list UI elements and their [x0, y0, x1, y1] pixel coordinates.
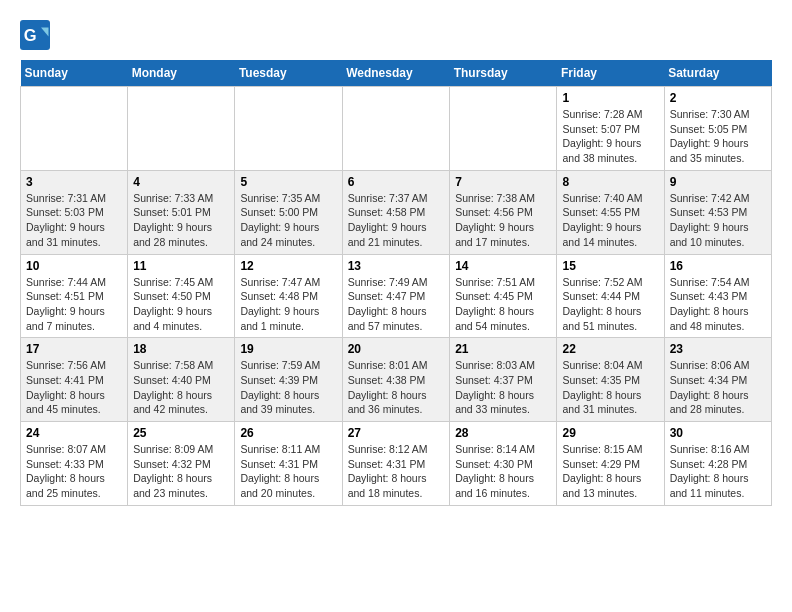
day-number: 1 [562, 91, 658, 105]
day-info: Sunrise: 7:35 AM Sunset: 5:00 PM Dayligh… [240, 191, 336, 250]
day-number: 18 [133, 342, 229, 356]
day-number: 20 [348, 342, 445, 356]
day-cell: 17Sunrise: 7:56 AM Sunset: 4:41 PM Dayli… [21, 338, 128, 422]
day-cell: 11Sunrise: 7:45 AM Sunset: 4:50 PM Dayli… [128, 254, 235, 338]
day-info: Sunrise: 8:09 AM Sunset: 4:32 PM Dayligh… [133, 442, 229, 501]
day-number: 17 [26, 342, 122, 356]
day-cell [342, 87, 450, 171]
weekday-thursday: Thursday [450, 60, 557, 87]
calendar-table: SundayMondayTuesdayWednesdayThursdayFrid… [20, 60, 772, 506]
day-number: 10 [26, 259, 122, 273]
day-cell: 18Sunrise: 7:58 AM Sunset: 4:40 PM Dayli… [128, 338, 235, 422]
weekday-sunday: Sunday [21, 60, 128, 87]
day-number: 14 [455, 259, 551, 273]
day-number: 4 [133, 175, 229, 189]
day-cell: 5Sunrise: 7:35 AM Sunset: 5:00 PM Daylig… [235, 170, 342, 254]
day-cell: 24Sunrise: 8:07 AM Sunset: 4:33 PM Dayli… [21, 422, 128, 506]
day-cell: 14Sunrise: 7:51 AM Sunset: 4:45 PM Dayli… [450, 254, 557, 338]
day-info: Sunrise: 7:52 AM Sunset: 4:44 PM Dayligh… [562, 275, 658, 334]
day-number: 16 [670, 259, 766, 273]
day-cell: 10Sunrise: 7:44 AM Sunset: 4:51 PM Dayli… [21, 254, 128, 338]
day-number: 21 [455, 342, 551, 356]
day-info: Sunrise: 7:58 AM Sunset: 4:40 PM Dayligh… [133, 358, 229, 417]
day-info: Sunrise: 7:42 AM Sunset: 4:53 PM Dayligh… [670, 191, 766, 250]
day-number: 28 [455, 426, 551, 440]
day-cell: 3Sunrise: 7:31 AM Sunset: 5:03 PM Daylig… [21, 170, 128, 254]
day-info: Sunrise: 7:54 AM Sunset: 4:43 PM Dayligh… [670, 275, 766, 334]
day-number: 13 [348, 259, 445, 273]
day-number: 30 [670, 426, 766, 440]
day-number: 29 [562, 426, 658, 440]
day-info: Sunrise: 8:06 AM Sunset: 4:34 PM Dayligh… [670, 358, 766, 417]
week-row-3: 10Sunrise: 7:44 AM Sunset: 4:51 PM Dayli… [21, 254, 772, 338]
weekday-header-row: SundayMondayTuesdayWednesdayThursdayFrid… [21, 60, 772, 87]
day-cell: 22Sunrise: 8:04 AM Sunset: 4:35 PM Dayli… [557, 338, 664, 422]
day-cell: 6Sunrise: 7:37 AM Sunset: 4:58 PM Daylig… [342, 170, 450, 254]
day-cell: 13Sunrise: 7:49 AM Sunset: 4:47 PM Dayli… [342, 254, 450, 338]
day-cell [21, 87, 128, 171]
day-info: Sunrise: 7:30 AM Sunset: 5:05 PM Dayligh… [670, 107, 766, 166]
day-cell: 20Sunrise: 8:01 AM Sunset: 4:38 PM Dayli… [342, 338, 450, 422]
day-number: 6 [348, 175, 445, 189]
day-info: Sunrise: 8:07 AM Sunset: 4:33 PM Dayligh… [26, 442, 122, 501]
day-cell [235, 87, 342, 171]
weekday-wednesday: Wednesday [342, 60, 450, 87]
day-number: 7 [455, 175, 551, 189]
day-cell: 4Sunrise: 7:33 AM Sunset: 5:01 PM Daylig… [128, 170, 235, 254]
day-cell: 7Sunrise: 7:38 AM Sunset: 4:56 PM Daylig… [450, 170, 557, 254]
day-info: Sunrise: 8:14 AM Sunset: 4:30 PM Dayligh… [455, 442, 551, 501]
day-info: Sunrise: 8:12 AM Sunset: 4:31 PM Dayligh… [348, 442, 445, 501]
day-info: Sunrise: 7:31 AM Sunset: 5:03 PM Dayligh… [26, 191, 122, 250]
weekday-friday: Friday [557, 60, 664, 87]
day-cell: 25Sunrise: 8:09 AM Sunset: 4:32 PM Dayli… [128, 422, 235, 506]
day-cell: 26Sunrise: 8:11 AM Sunset: 4:31 PM Dayli… [235, 422, 342, 506]
day-number: 26 [240, 426, 336, 440]
weekday-saturday: Saturday [664, 60, 771, 87]
day-cell: 27Sunrise: 8:12 AM Sunset: 4:31 PM Dayli… [342, 422, 450, 506]
svg-text:G: G [24, 26, 37, 44]
day-info: Sunrise: 7:40 AM Sunset: 4:55 PM Dayligh… [562, 191, 658, 250]
day-cell: 9Sunrise: 7:42 AM Sunset: 4:53 PM Daylig… [664, 170, 771, 254]
day-cell: 2Sunrise: 7:30 AM Sunset: 5:05 PM Daylig… [664, 87, 771, 171]
day-info: Sunrise: 7:44 AM Sunset: 4:51 PM Dayligh… [26, 275, 122, 334]
page-header: G [20, 20, 772, 50]
day-number: 11 [133, 259, 229, 273]
day-info: Sunrise: 7:37 AM Sunset: 4:58 PM Dayligh… [348, 191, 445, 250]
day-cell: 29Sunrise: 8:15 AM Sunset: 4:29 PM Dayli… [557, 422, 664, 506]
day-info: Sunrise: 7:38 AM Sunset: 4:56 PM Dayligh… [455, 191, 551, 250]
day-number: 24 [26, 426, 122, 440]
day-cell: 12Sunrise: 7:47 AM Sunset: 4:48 PM Dayli… [235, 254, 342, 338]
day-info: Sunrise: 7:45 AM Sunset: 4:50 PM Dayligh… [133, 275, 229, 334]
week-row-1: 1Sunrise: 7:28 AM Sunset: 5:07 PM Daylig… [21, 87, 772, 171]
day-cell [128, 87, 235, 171]
day-cell: 15Sunrise: 7:52 AM Sunset: 4:44 PM Dayli… [557, 254, 664, 338]
day-number: 12 [240, 259, 336, 273]
day-info: Sunrise: 8:04 AM Sunset: 4:35 PM Dayligh… [562, 358, 658, 417]
day-info: Sunrise: 7:28 AM Sunset: 5:07 PM Dayligh… [562, 107, 658, 166]
day-info: Sunrise: 7:47 AM Sunset: 4:48 PM Dayligh… [240, 275, 336, 334]
day-number: 23 [670, 342, 766, 356]
day-info: Sunrise: 8:11 AM Sunset: 4:31 PM Dayligh… [240, 442, 336, 501]
day-number: 5 [240, 175, 336, 189]
logo-icon: G [20, 20, 50, 50]
day-cell: 1Sunrise: 7:28 AM Sunset: 5:07 PM Daylig… [557, 87, 664, 171]
day-cell: 16Sunrise: 7:54 AM Sunset: 4:43 PM Dayli… [664, 254, 771, 338]
day-info: Sunrise: 7:49 AM Sunset: 4:47 PM Dayligh… [348, 275, 445, 334]
week-row-4: 17Sunrise: 7:56 AM Sunset: 4:41 PM Dayli… [21, 338, 772, 422]
day-number: 25 [133, 426, 229, 440]
day-number: 8 [562, 175, 658, 189]
day-cell: 23Sunrise: 8:06 AM Sunset: 4:34 PM Dayli… [664, 338, 771, 422]
day-cell: 21Sunrise: 8:03 AM Sunset: 4:37 PM Dayli… [450, 338, 557, 422]
day-info: Sunrise: 7:59 AM Sunset: 4:39 PM Dayligh… [240, 358, 336, 417]
day-cell [450, 87, 557, 171]
logo: G [20, 20, 54, 50]
day-info: Sunrise: 7:56 AM Sunset: 4:41 PM Dayligh… [26, 358, 122, 417]
day-number: 15 [562, 259, 658, 273]
day-number: 19 [240, 342, 336, 356]
weekday-tuesday: Tuesday [235, 60, 342, 87]
day-info: Sunrise: 8:03 AM Sunset: 4:37 PM Dayligh… [455, 358, 551, 417]
day-number: 22 [562, 342, 658, 356]
day-number: 9 [670, 175, 766, 189]
day-info: Sunrise: 8:01 AM Sunset: 4:38 PM Dayligh… [348, 358, 445, 417]
day-number: 2 [670, 91, 766, 105]
